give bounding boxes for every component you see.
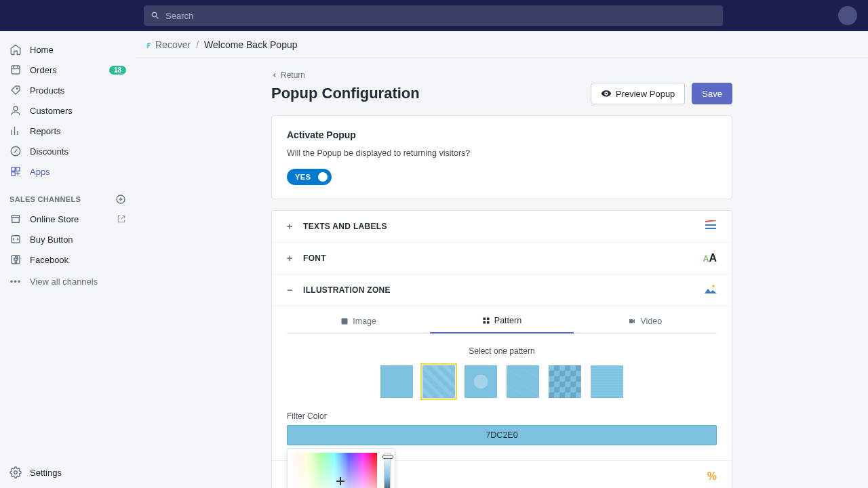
tab-label: Video [640,317,662,326]
svg-point-2 [14,106,18,110]
tab-label: Pattern [494,316,521,325]
lightness-slider[interactable] [384,453,391,488]
channel-buy-button[interactable]: Buy Button [0,229,136,249]
image-icon [705,284,717,296]
sidebar-item-reports[interactable]: Reports [0,121,136,141]
gear-icon [9,466,22,479]
color-spectrum[interactable] [292,453,377,488]
main-content: ᵲ Recover / Welcome Back Popup Return Po… [136,31,868,488]
save-button[interactable]: Save [692,83,732,104]
tab-video[interactable]: Video [574,309,717,333]
svg-point-11 [712,285,715,287]
more-icon: ••• [9,277,22,287]
accordion-label: FONT [303,253,326,263]
breadcrumb: ᵲ Recover / Welcome Back Popup [136,31,868,58]
sidebar-item-discounts[interactable]: Discounts [0,141,136,161]
apps-icon [9,165,22,178]
person-icon [9,104,22,117]
return-link[interactable]: Return [271,70,305,80]
accordion-texts[interactable]: + TEXTS AND LABELS [272,211,732,243]
external-link-icon[interactable] [117,214,126,224]
code-icon [9,233,22,245]
sidebar-item-label: Products [30,85,64,96]
view-all-channels[interactable]: ••• View all channels [0,270,136,293]
channel-facebook[interactable]: Facebook [0,249,136,270]
accordion-label: TEXTS AND LABELS [303,222,387,231]
activate-desc: Will the Popup be displayed to returning… [287,148,717,158]
pattern-swatch-2[interactable] [422,365,455,398]
tab-image[interactable]: Image [287,309,430,333]
color-picker[interactable] [287,448,395,488]
filter-color-label: Filter Color [287,411,717,421]
filter-color-input[interactable] [287,425,717,445]
accordion-label: ILLUSTRATION ZONE [303,285,391,295]
sales-channels-header: SALES CHANNELS [0,182,136,209]
return-label: Return [281,70,305,80]
preview-label: Preview Popup [616,89,675,99]
pattern-heading: Select one pattern [287,346,717,356]
search-icon [151,11,160,20]
sidebar: Home Orders 18 Products Customers Report… [0,31,136,488]
breadcrumb-app[interactable]: Recover [155,39,191,50]
sidebar-item-label: Apps [30,167,50,177]
activate-title: Activate Popup [287,129,717,140]
channel-online-store[interactable]: Online Store [0,209,136,229]
config-card: + TEXTS AND LABELS + FONT AA − ILLUSTRAT… [271,210,732,488]
svg-rect-0 [12,66,20,74]
percent-icon: % [707,470,717,483]
home-icon [9,43,22,56]
orders-icon [9,64,22,76]
svg-rect-14 [487,318,490,321]
svg-rect-12 [342,319,348,325]
pattern-swatch-5[interactable] [549,365,581,398]
sidebar-item-apps[interactable]: Apps [0,161,136,182]
svg-rect-4 [12,167,15,171]
crosshair-icon [336,477,344,485]
svg-point-10 [14,471,18,474]
search-field[interactable] [144,5,723,26]
sidebar-item-label: Orders [30,65,57,75]
toggle-label: YES [295,173,311,181]
breadcrumb-current: Welcome Back Popup [204,39,297,50]
preview-button[interactable]: Preview Popup [591,83,685,104]
sidebar-item-label: Reports [30,126,61,136]
plus-icon: + [287,253,296,264]
pattern-swatch-4[interactable] [507,365,539,398]
pattern-swatch-3[interactable] [465,365,497,398]
sidebar-item-settings[interactable]: Settings [0,457,136,488]
eye-icon [601,88,612,99]
sidebar-item-products[interactable]: Products [0,80,136,100]
channel-label: Facebook [30,255,68,265]
search-input[interactable] [165,11,716,21]
page-title: Popup Configuration [271,85,420,102]
svg-rect-15 [483,321,486,324]
accordion-font[interactable]: + FONT AA [272,243,732,274]
pattern-swatch-6[interactable] [591,365,623,398]
video-icon [628,317,636,325]
grid-icon [482,317,490,325]
accordion-illustration[interactable]: − ILLUSTRATION ZONE [272,274,732,306]
avatar [838,6,857,25]
activate-toggle[interactable]: YES [287,169,332,185]
tab-pattern[interactable]: Pattern [430,309,573,333]
app-logo-icon: ᵲ [146,39,150,50]
add-channel-icon[interactable] [115,194,126,205]
tab-label: Image [353,317,376,326]
user-menu[interactable] [811,6,857,25]
sidebar-item-orders[interactable]: Orders 18 [0,60,136,80]
minus-icon: − [287,285,296,296]
breadcrumb-separator: / [196,39,199,50]
sidebar-item-customers[interactable]: Customers [0,100,136,121]
sidebar-item-home[interactable]: Home [0,39,136,60]
font-icon: AA [703,252,717,264]
picture-icon [340,317,349,325]
pattern-swatch-1[interactable] [380,365,413,398]
slider-handle[interactable] [382,455,393,459]
toggle-knob [318,172,328,182]
sidebar-item-label: Discounts [30,146,68,157]
facebook-icon [9,253,22,266]
pattern-swatches [287,365,717,398]
channel-label: Online Store [30,214,79,224]
illustration-tabs: Image Pattern Video [287,309,717,334]
channel-label: Buy Button [30,235,73,245]
